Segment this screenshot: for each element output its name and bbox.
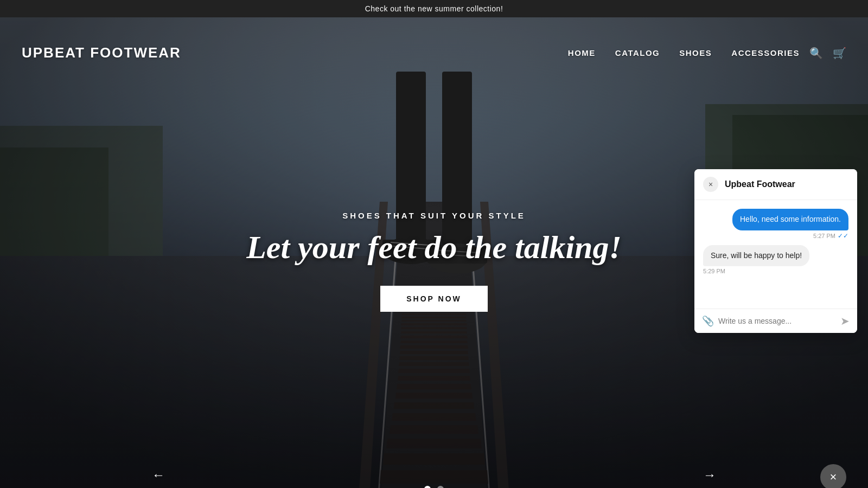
top-banner: Check out the new summer collection! <box>0 0 868 17</box>
chat-title: Upbeat Footwear <box>725 179 795 189</box>
nav-accessories[interactable]: ACCESSORIES <box>731 48 800 57</box>
brand-name[interactable]: UPBEAT FOOTWEAR <box>22 44 568 61</box>
message-received-1: Sure, will be happy to help! 5:29 PM <box>703 245 848 275</box>
search-icon[interactable]: 🔍 <box>809 47 823 60</box>
cart-icon[interactable]: 🛒 <box>833 47 846 60</box>
message-time-received-1: 5:29 PM <box>703 268 725 274</box>
nav-shoes[interactable]: SHOES <box>679 48 712 57</box>
shop-now-button[interactable]: SHOP NOW <box>380 286 488 312</box>
hero-title: Let your feet do the talking! <box>244 229 624 266</box>
slider-dot-1[interactable] <box>424 486 431 488</box>
message-bubble-sent-1: Hello, need some information. <box>732 209 848 230</box>
message-time-sent-1: 5:27 PM <box>813 233 835 239</box>
chat-close-icon: × <box>709 180 713 189</box>
hero-subtitle: SHOES THAT SUIT YOUR STYLE <box>244 211 624 220</box>
nav-icons: 🔍 🛒 <box>809 47 846 60</box>
header: UPBEAT FOOTWEAR HOME CATALOG SHOES ACCES… <box>0 35 868 71</box>
hero-section: UPBEAT FOOTWEAR HOME CATALOG SHOES ACCES… <box>0 17 868 488</box>
message-bubble-received-1: Sure, will be happy to help! <box>703 245 809 267</box>
slider-prev-arrow[interactable]: ← <box>152 467 165 483</box>
chat-close-button[interactable]: × <box>703 177 718 192</box>
chat-widget: × Upbeat Footwear Hello, need some infor… <box>694 169 857 333</box>
nav-home[interactable]: HOME <box>568 48 596 57</box>
send-icon: ➤ <box>840 315 850 327</box>
banner-text: Check out the new summer collection! <box>365 4 503 13</box>
chat-input-row: 📎 ➤ <box>694 309 857 333</box>
chat-messages: Hello, need some information. 5:27 PM ✓✓… <box>694 200 857 309</box>
message-sent-1: Hello, need some information. 5:27 PM ✓✓ <box>703 209 848 240</box>
chat-header: × Upbeat Footwear <box>694 169 857 200</box>
chat-send-button[interactable]: ➤ <box>840 314 850 328</box>
message-check-icon: ✓✓ <box>838 232 848 240</box>
main-nav: HOME CATALOG SHOES ACCESSORIES <box>568 48 800 57</box>
hero-content: SHOES THAT SUIT YOUR STYLE Let your feet… <box>244 211 624 312</box>
message-meta-received-1: 5:29 PM <box>703 268 725 274</box>
slider-next-arrow[interactable]: → <box>703 467 716 483</box>
slider-dot-2[interactable] <box>437 486 444 488</box>
slider-controls: ← → <box>0 486 868 488</box>
chat-message-input[interactable] <box>718 317 836 325</box>
message-meta-sent-1: 5:27 PM ✓✓ <box>813 232 848 240</box>
attach-icon[interactable]: 📎 <box>702 315 714 327</box>
nav-catalog[interactable]: CATALOG <box>615 48 660 57</box>
bottom-close-button[interactable]: × <box>820 464 846 488</box>
